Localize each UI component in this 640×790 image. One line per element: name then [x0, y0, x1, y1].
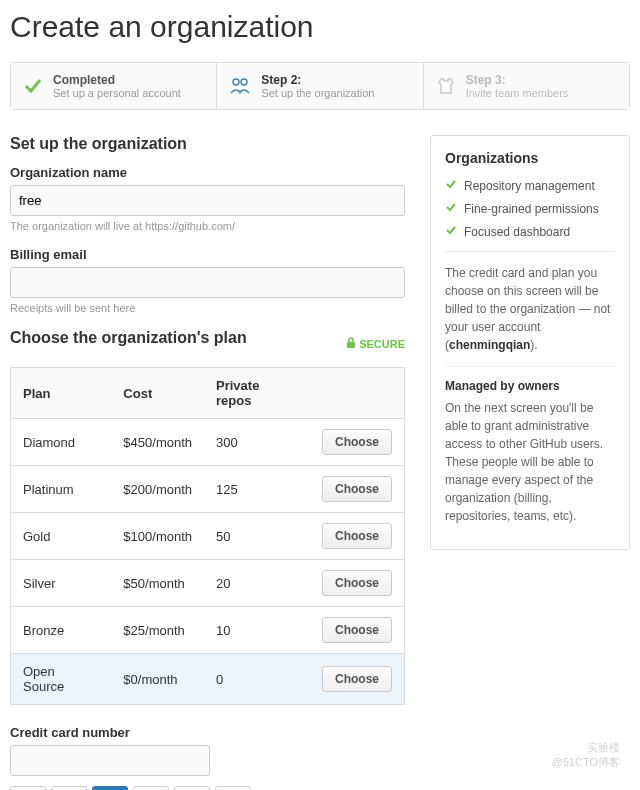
table-row: Diamond$450/month300Choose: [11, 419, 405, 466]
plan-name: Bronze: [11, 607, 112, 654]
cc-number-input[interactable]: [10, 745, 210, 776]
plan-repos: 20: [204, 560, 310, 607]
choose-button[interactable]: Choose: [322, 666, 392, 692]
watermark: 实验楼@51CTO博客: [552, 740, 620, 770]
feature-item: Focused dashboard: [445, 224, 615, 239]
step-1: CompletedSet up a personal account: [11, 63, 217, 109]
lock-icon: [346, 337, 356, 351]
table-row: Gold$100/month50Choose: [11, 513, 405, 560]
sidebar-title: Organizations: [445, 150, 615, 166]
table-row: Bronze$25/month10Choose: [11, 607, 405, 654]
plan-cost: $200/month: [111, 466, 204, 513]
col-action: [310, 368, 405, 419]
choose-button[interactable]: Choose: [322, 523, 392, 549]
step-3: Step 3:Invite team members: [424, 63, 629, 109]
svg-point-1: [241, 79, 247, 85]
svg-point-0: [233, 79, 239, 85]
plans-table: Plan Cost Private repos Diamond$450/mont…: [10, 367, 405, 705]
billing-note: The credit card and plan you choose on t…: [445, 264, 615, 354]
col-cost: Cost: [111, 368, 204, 419]
step-title: Step 3:: [466, 73, 569, 87]
plan-cost: $25/month: [111, 607, 204, 654]
plan-repos: 300: [204, 419, 310, 466]
billing-email-hint: Receipts will be sent here: [10, 302, 405, 314]
step-2: Step 2:Set up the organization: [217, 63, 423, 109]
check-icon: [445, 201, 457, 216]
table-row: Open Source$0/month0Choose: [11, 654, 405, 705]
plan-repos: 50: [204, 513, 310, 560]
col-repos: Private repos: [204, 368, 310, 419]
plan-name: Open Source: [11, 654, 112, 705]
plan-repos: 125: [204, 466, 310, 513]
plan-name: Gold: [11, 513, 112, 560]
visa-icon: VISA: [10, 786, 46, 790]
org-name-hint: The organization will live at https://gi…: [10, 220, 405, 232]
step-title: Step 2:: [261, 73, 374, 87]
plan-name: Diamond: [11, 419, 112, 466]
plan-cost: $100/month: [111, 513, 204, 560]
organizations-sidebar: Organizations Repository managementFine-…: [430, 135, 630, 550]
col-plan: Plan: [11, 368, 112, 419]
step-sub: Set up the organization: [261, 87, 374, 99]
plan-cost: $50/month: [111, 560, 204, 607]
mastercard-icon: [51, 786, 87, 790]
jcb-icon: JCB: [174, 786, 210, 790]
check-icon: [23, 76, 43, 96]
table-row: Platinum$200/month125Choose: [11, 466, 405, 513]
plan-name: Platinum: [11, 466, 112, 513]
accepted-cards: VISA AMEX DISCOVER JCB ◐ Accepted cards: [10, 786, 405, 790]
plan-repos: 10: [204, 607, 310, 654]
choose-button[interactable]: Choose: [322, 476, 392, 502]
organization-icon: [229, 75, 251, 97]
choose-button[interactable]: Choose: [322, 429, 392, 455]
check-icon: [445, 224, 457, 239]
secure-badge: SECURE: [346, 337, 405, 351]
managed-text: On the next screen you'll be able to gra…: [445, 399, 615, 525]
choose-button[interactable]: Choose: [322, 570, 392, 596]
org-name-input[interactable]: [10, 185, 405, 216]
diners-icon: ◐: [215, 786, 251, 790]
steps-nav: CompletedSet up a personal account Step …: [10, 62, 630, 110]
cc-number-label: Credit card number: [10, 725, 405, 740]
table-row: Silver$50/month20Choose: [11, 560, 405, 607]
jersey-icon: [436, 76, 456, 96]
step-sub: Invite team members: [466, 87, 569, 99]
step-title: Completed: [53, 73, 181, 87]
billing-email-label: Billing email: [10, 247, 405, 262]
plan-cost: $450/month: [111, 419, 204, 466]
svg-rect-2: [347, 342, 355, 348]
page-title: Create an organization: [10, 10, 630, 44]
managed-title: Managed by owners: [445, 379, 560, 393]
plans-heading: Choose the organization's plan: [10, 329, 247, 347]
check-icon: [445, 178, 457, 193]
discover-icon: DISCOVER: [133, 786, 169, 790]
org-name-label: Organization name: [10, 165, 405, 180]
plan-cost: $0/month: [111, 654, 204, 705]
feature-item: Fine-grained permissions: [445, 201, 615, 216]
feature-item: Repository management: [445, 178, 615, 193]
plan-repos: 0: [204, 654, 310, 705]
step-sub: Set up a personal account: [53, 87, 181, 99]
amex-icon: AMEX: [92, 786, 128, 790]
plan-name: Silver: [11, 560, 112, 607]
section-heading: Set up the organization: [10, 135, 405, 153]
billing-email-input[interactable]: [10, 267, 405, 298]
choose-button[interactable]: Choose: [322, 617, 392, 643]
